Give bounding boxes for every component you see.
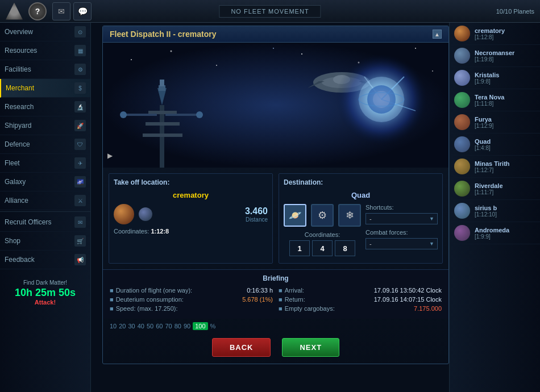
sidebar-label-shop: Shop bbox=[5, 237, 20, 245]
resources-icon: ▦ bbox=[74, 45, 86, 56]
sidebar-label-shipyard: Shipyard bbox=[5, 122, 31, 130]
distance-value: 3.460 bbox=[157, 206, 268, 216]
planet-item-andromeda[interactable]: Andromeda [1:9:9] bbox=[450, 222, 540, 244]
sidebar-item-defence[interactable]: Defence 🛡 bbox=[0, 135, 90, 154]
main-content: Fleet Dispatch II - crematory ▲ bbox=[91, 23, 449, 392]
label-arrival: Arrival: bbox=[285, 287, 374, 294]
planet-item-crematory[interactable]: crematory [1:12:8] bbox=[450, 23, 540, 45]
sidebar-item-shop[interactable]: Shop 🛒 bbox=[0, 232, 90, 251]
coord-input-2[interactable] bbox=[312, 240, 333, 256]
briefing-title: Briefing bbox=[110, 274, 442, 282]
topbar: ? ✉ 💬 NO FLEET MOVEMENT 10/10 Planets bbox=[0, 0, 540, 23]
sidebar: Overview ⊙ Resources ▦ Facilities ⚙ Merc… bbox=[0, 23, 91, 392]
speed-70[interactable]: 70 bbox=[165, 323, 172, 330]
coord-input-3[interactable] bbox=[335, 240, 355, 256]
attack-text[interactable]: Attack! bbox=[5, 299, 86, 306]
planet-item-riverdale[interactable]: Riverdale [1:11:7] bbox=[450, 178, 540, 200]
help-button[interactable]: ? bbox=[28, 2, 47, 20]
planet-item-tera-nova[interactable]: Tera Nova [1:11:8] bbox=[450, 89, 540, 111]
sidebar-item-feedback[interactable]: Feedback 📢 bbox=[0, 251, 90, 269]
svg-point-6 bbox=[415, 48, 416, 49]
planet-name-crematory: crematory bbox=[475, 27, 505, 34]
briefing-row-cargo: ■ Empty cargobays: 7.175.000 bbox=[279, 305, 442, 312]
bullet-deuterium: ■ bbox=[110, 296, 114, 303]
planet-name-riverdale: Riverdale bbox=[475, 182, 503, 189]
sidebar-item-galaxy[interactable]: Galaxy 🌌 bbox=[0, 173, 90, 191]
speed-90[interactable]: 90 bbox=[184, 323, 190, 330]
recruit-icon: ✉ bbox=[74, 216, 86, 228]
planet-item-necromanser[interactable]: Necromanser [1:19:8] bbox=[450, 45, 540, 67]
planet-coords-riverdale: [1:11:7] bbox=[475, 189, 503, 195]
ship-icon-snowflake[interactable]: ❄ bbox=[338, 204, 361, 227]
coords-label-dest: Coordinates: bbox=[284, 231, 361, 238]
planet-name-minas-tirith: Minas Tirith bbox=[475, 160, 510, 167]
speed-10[interactable]: 10 bbox=[110, 323, 117, 330]
shortcuts-combat-side: Shortcuts: - Combat forces: - bbox=[365, 204, 438, 258]
ship-icon-gear[interactable]: ⚙ bbox=[311, 204, 334, 227]
planet-name-sirius-b: sirius b bbox=[475, 205, 497, 211]
planet-item-quad[interactable]: Quad [1:4:8] bbox=[450, 134, 540, 156]
modal-close-button[interactable]: ▲ bbox=[433, 30, 442, 39]
planet-name-kristalis: Kristalis bbox=[475, 72, 499, 78]
svg-rect-15 bbox=[160, 80, 164, 86]
back-button[interactable]: BACK bbox=[212, 338, 271, 357]
destination-planet-name: Quad bbox=[284, 191, 438, 199]
sidebar-item-facilities[interactable]: Facilities ⚙ bbox=[0, 60, 90, 79]
svg-point-2 bbox=[171, 51, 172, 52]
bullet-arrival: ■ bbox=[279, 287, 283, 294]
planet-name-andromeda: Andromeda bbox=[475, 227, 509, 233]
defence-icon: 🛡 bbox=[74, 139, 86, 150]
messages-button[interactable]: ✉ bbox=[52, 2, 70, 20]
planet-item-kristalis[interactable]: Kristalis [1:9:8] bbox=[450, 67, 540, 89]
sidebar-item-overview[interactable]: Overview ⊙ bbox=[0, 23, 90, 41]
speed-80[interactable]: 80 bbox=[175, 323, 181, 330]
banner-arrow-icon[interactable]: ▶ bbox=[107, 152, 119, 163]
value-return: 17.09.16 14:07:15 Clock bbox=[374, 296, 442, 303]
sidebar-label-defence: Defence bbox=[5, 140, 30, 148]
briefing-col-left: ■ Duration of flight (one way): 0:16:33 … bbox=[110, 287, 273, 314]
sidebar-label-overview: Overview bbox=[5, 28, 33, 36]
sidebar-label-merchant: Merchant bbox=[6, 84, 34, 92]
planet-coords-andromeda: [1:9:9] bbox=[475, 233, 509, 240]
destination-title: Destination: bbox=[284, 178, 438, 186]
speed-60[interactable]: 60 bbox=[156, 323, 163, 330]
svg-point-7 bbox=[432, 70, 433, 72]
shortcuts-dropdown[interactable]: - bbox=[365, 213, 438, 224]
briefing-col-right: ■ Arrival: 17.09.16 13:50:42 Clock ■ Ret… bbox=[279, 287, 442, 314]
planet-item-minas-tirith[interactable]: Minas Tirith [1:12:7] bbox=[450, 156, 540, 178]
speed-40[interactable]: 40 bbox=[138, 323, 144, 330]
planet-item-furya[interactable]: Furya [1:12:9] bbox=[450, 111, 540, 134]
planet-item-sirius-b[interactable]: sirius b [1:12:10] bbox=[450, 200, 540, 222]
planet-info-tera-nova: Tera Nova [1:11:8] bbox=[475, 94, 504, 107]
svg-point-18 bbox=[120, 111, 127, 118]
coords-inputs bbox=[284, 240, 361, 256]
sidebar-item-fleet[interactable]: Fleet ✈ bbox=[0, 154, 90, 173]
planet-orb-quad bbox=[454, 136, 470, 152]
planet-orb-furya bbox=[454, 114, 470, 130]
sidebar-item-resources[interactable]: Resources ▦ bbox=[0, 41, 90, 60]
sidebar-item-merchant[interactable]: Merchant $ bbox=[0, 79, 90, 98]
speed-100[interactable]: 100 bbox=[193, 322, 207, 330]
value-deuterium: 5.678 (1%) bbox=[242, 296, 273, 303]
planet-info-sirius-b: sirius b [1:12:10] bbox=[475, 205, 497, 218]
find-dark-matter-text[interactable]: Find Dark Matter! bbox=[5, 280, 86, 286]
logo-icon bbox=[6, 3, 23, 20]
combat-forces-dropdown[interactable]: - bbox=[365, 238, 438, 249]
next-button[interactable]: NEXT bbox=[282, 338, 339, 357]
svg-rect-16 bbox=[126, 114, 157, 116]
ship-icon-planet[interactable]: 🪐 bbox=[284, 204, 306, 227]
speed-20[interactable]: 20 bbox=[119, 323, 126, 330]
speed-30[interactable]: 30 bbox=[128, 323, 135, 330]
sidebar-item-alliance[interactable]: Alliance ⚔ bbox=[0, 191, 90, 210]
chat-button[interactable]: 💬 bbox=[73, 2, 92, 20]
sidebar-item-research[interactable]: Research 🔬 bbox=[0, 98, 90, 116]
planet-name-tera-nova: Tera Nova bbox=[475, 94, 504, 101]
fleet-icon: ✈ bbox=[74, 157, 86, 169]
coord-input-1[interactable] bbox=[289, 240, 310, 256]
sidebar-item-recruit-officers[interactable]: Recruit Officers ✉ bbox=[0, 213, 90, 232]
sidebar-label-research: Research bbox=[5, 103, 34, 111]
speed-50[interactable]: 50 bbox=[147, 323, 153, 330]
sidebar-item-shipyard[interactable]: Shipyard 🚀 bbox=[0, 116, 90, 135]
svg-rect-11 bbox=[146, 122, 180, 126]
planet-coords-kristalis: [1:9:8] bbox=[475, 78, 499, 85]
